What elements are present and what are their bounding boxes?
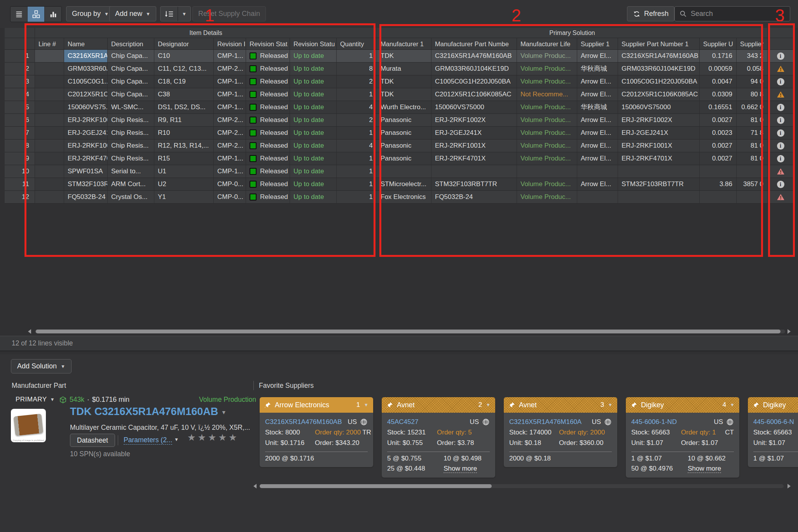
cell-revision-status[interactable]: Released <box>246 152 290 165</box>
cell-quantity[interactable]: 2 <box>337 114 377 127</box>
cell-revision-id[interactable]: CMP-1... <box>214 152 246 165</box>
cell-alert[interactable]: i <box>768 101 793 114</box>
cell-name[interactable]: SPWF01SA <box>64 165 108 178</box>
cell-revision-id[interactable]: CMP-1... <box>214 50 246 63</box>
cell-description[interactable]: Chip Capa... <box>108 50 154 63</box>
cell-description[interactable]: Chip Capa... <box>108 63 154 75</box>
cell-supplier-part-number[interactable]: ERJ-2RKF1001X <box>618 140 700 152</box>
cell-manufacturer-lifecycle[interactable]: Volume Produc... <box>517 191 577 204</box>
cell-name[interactable]: 150060VS75... <box>64 101 108 114</box>
cell-manufacturer-part-number[interactable]: C3216X5R1A476M160AB <box>431 50 517 63</box>
part-title-link[interactable]: TDK C3216X5R1A476M160AB ▼ <box>70 406 227 418</box>
cell-revision-state[interactable]: Up to date <box>290 165 337 178</box>
table-row[interactable]: 4C2012X5R1C...Chip Capa...C38CMP-1...Rel… <box>5 88 793 101</box>
supplier-part-number-link[interactable]: C3216X5R1A476M160A <box>509 418 592 426</box>
cell-quantity[interactable]: 1 <box>337 88 377 101</box>
cell-revision-status[interactable]: Released <box>246 75 290 88</box>
cell-designator[interactable]: R12, R13, R14,... <box>154 140 214 152</box>
scrollbar-thumb[interactable] <box>36 330 781 333</box>
suppliers-horizontal-scrollbar[interactable] <box>0 483 798 489</box>
cell-supplier-extra[interactable]: 71 8 <box>737 127 768 140</box>
parameters-link[interactable]: Parameters (2... <box>124 436 172 445</box>
cell-designator[interactable]: DS1, DS2, DS... <box>154 101 214 114</box>
cell-quantity[interactable]: 1 <box>337 191 377 204</box>
cell-manufacturer[interactable]: Panasonic <box>377 152 431 165</box>
cell-line[interactable] <box>35 50 64 63</box>
table-row[interactable]: 1C3216X5R1A...Chip Capa...C10CMP-1...Rel… <box>5 50 793 63</box>
cell-supplier-part-number[interactable] <box>618 191 700 204</box>
cell-description[interactable]: Chip Capa... <box>108 88 154 101</box>
cell-alert[interactable]: i <box>768 152 793 165</box>
column-header-name[interactable]: Name <box>64 38 108 50</box>
cell-manufacturer[interactable]: TDK <box>377 75 431 88</box>
cell-manufacturer[interactable] <box>377 165 431 178</box>
supplier-part-number-link[interactable]: C3216X5R1A476M160AB <box>265 418 347 426</box>
info-icon[interactable]: i <box>777 142 784 150</box>
cell-supplier-part-number[interactable]: C2012X5R1C106K085AC <box>618 88 700 101</box>
table-row[interactable]: 11STM32F103R...ARM Cort...U2CMP-0...Rele… <box>5 178 793 191</box>
supplier-card-header[interactable]: Avnet2▼ <box>382 397 495 413</box>
cell-supplier-extra[interactable]: 0.662 0 <box>737 101 768 114</box>
cell-manufacturer-lifecycle[interactable]: Volume Produc... <box>517 127 577 140</box>
supplier-card-header[interactable]: Digikey▼ <box>748 397 798 413</box>
supplier-part-number-link[interactable]: 445-6006-6-N <box>753 418 798 426</box>
scrollbar-thumb[interactable] <box>260 484 492 488</box>
column-header-supplier-1[interactable]: Supplier 1 <box>577 38 618 50</box>
row-number[interactable]: 12 <box>5 191 35 204</box>
cell-manufacturer-part-number[interactable]: ERJ-2RKF1001X <box>431 140 517 152</box>
cell-supplier-unit-price[interactable]: 0.0023 <box>700 127 737 140</box>
info-icon[interactable]: i <box>777 78 784 85</box>
cell-manufacturer-part-number[interactable]: C1005C0G1H220J050BA <box>431 75 517 88</box>
cell-manufacturer[interactable]: Murata <box>377 63 431 75</box>
cell-alert[interactable] <box>768 191 793 204</box>
row-number[interactable]: 5 <box>5 101 35 114</box>
cell-revision-id[interactable]: CMP-1... <box>214 165 246 178</box>
cell-description[interactable]: Chip Resis... <box>108 127 154 140</box>
row-number[interactable]: 10 <box>5 165 35 178</box>
cell-revision-id[interactable]: CMP-2... <box>214 127 246 140</box>
cell-supplier-unit-price[interactable]: 0.0027 <box>700 140 737 152</box>
column-header-supplier-unit[interactable]: Supplier U <box>700 38 737 50</box>
cell-revision-status[interactable]: Released <box>246 63 290 75</box>
cell-designator[interactable]: C18, C19 <box>154 75 214 88</box>
cell-revision-state[interactable]: Up to date <box>290 152 337 165</box>
cell-revision-state[interactable]: Up to date <box>290 140 337 152</box>
cell-supplier-part-number[interactable]: ERJ-2RKF1002X <box>618 114 700 127</box>
table-row[interactable]: 3C1005C0G1...Chip Capa...C18, C19CMP-1..… <box>5 75 793 88</box>
info-icon[interactable]: i <box>777 104 784 111</box>
cell-supplier[interactable]: Arrow El... <box>577 140 618 152</box>
cell-quantity[interactable]: 4 <box>337 101 377 114</box>
cell-supplier-extra[interactable] <box>737 191 768 204</box>
cell-supplier[interactable]: Arrow El... <box>577 114 618 127</box>
cell-supplier-extra[interactable]: 343 2 <box>737 50 768 63</box>
table-row[interactable]: 5150060VS75...WL-SMC...DS1, DS2, DS...CM… <box>5 101 793 114</box>
cell-revision-status[interactable]: Released <box>246 178 290 191</box>
cell-designator[interactable]: C11, C12, C13... <box>154 63 214 75</box>
cell-supplier-part-number[interactable]: C3216X5R1A476M160AB <box>618 50 700 63</box>
cell-alert[interactable]: i <box>768 75 793 88</box>
refresh-button[interactable]: Refresh <box>627 6 674 21</box>
cell-name[interactable]: FQ5032B-24 <box>64 191 108 204</box>
cell-description[interactable]: Chip Capa... <box>108 75 154 88</box>
column-header-revision-id[interactable]: Revision II <box>214 38 246 50</box>
cell-manufacturer-lifecycle[interactable]: Volume Produc... <box>517 75 577 88</box>
cell-manufacturer-part-number[interactable]: FQ5032B-24 <box>431 191 517 204</box>
cell-supplier-unit-price[interactable] <box>700 191 737 204</box>
cell-supplier-extra[interactable]: 0.058 <box>737 63 768 75</box>
cell-supplier-part-number[interactable]: 150060VS75000 <box>618 101 700 114</box>
info-icon[interactable]: i <box>777 117 784 124</box>
cell-supplier[interactable]: Arrow El... <box>577 50 618 63</box>
cell-revision-state[interactable]: Up to date <box>290 114 337 127</box>
cell-designator[interactable]: C10 <box>154 50 214 63</box>
cell-quantity[interactable]: 2 <box>337 75 377 88</box>
cell-supplier-part-number[interactable]: C1005C0G1H220J050BA <box>618 75 700 88</box>
cell-supplier-unit-price[interactable]: 0.16551 <box>700 101 737 114</box>
cell-revision-status[interactable]: Released <box>246 88 290 101</box>
cell-manufacturer-part-number[interactable]: ERJ-2RKF4701X <box>431 152 517 165</box>
scroll-right-arrow[interactable] <box>788 329 791 334</box>
cell-manufacturer-lifecycle[interactable]: Not Recomme... <box>517 88 577 101</box>
table-row[interactable]: 8ERJ-2RKF100...Chip Resis...R12, R13, R1… <box>5 140 793 152</box>
cell-alert[interactable] <box>768 88 793 101</box>
cell-revision-state[interactable]: Up to date <box>290 178 337 191</box>
column-header-manufacturer-part-number[interactable]: Manufacturer Part Numbe <box>431 38 517 50</box>
